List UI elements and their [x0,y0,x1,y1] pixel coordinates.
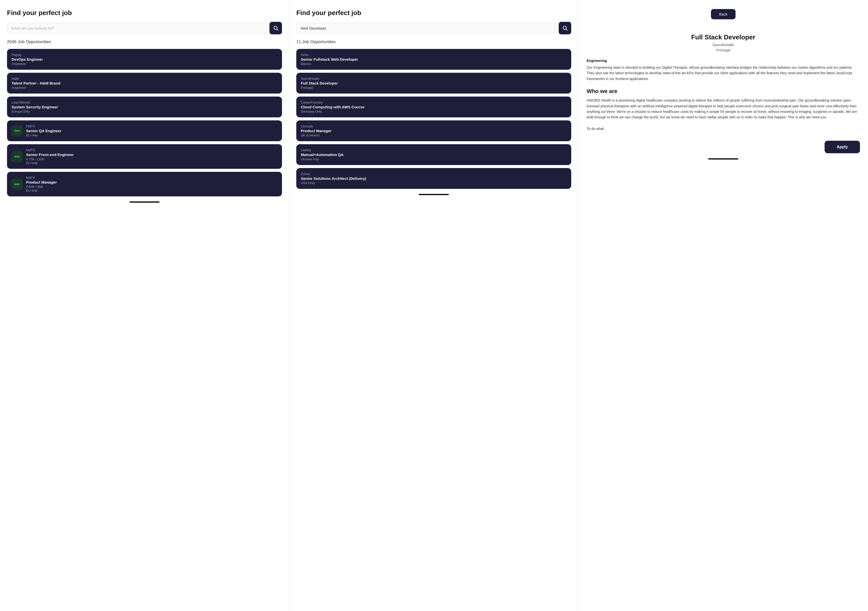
bottom-indicator [708,158,738,160]
job-card-zoovu[interactable]: Zoovu Senior Solutions Architect (Delive… [296,168,571,189]
job-card-kmtx-frontend[interactable]: kmtx KMTX Senior Front-end Engineer € 75… [7,144,282,169]
job-title: Product Manager [26,180,57,185]
panel-default-search: Find your perfect job 2046 Job Opportuni… [0,0,289,611]
job-title: System Security Engineer [12,105,58,109]
job-card-learnworlds[interactable]: LearnWorlds System Security Engineer Eur… [7,96,282,117]
company-logo: kmtx [12,178,23,190]
search-icon [562,25,568,31]
panel1-title: Find your perfect job [7,9,282,17]
detail-company: SwordHealth [586,43,860,47]
detail-section2-text: SWORD Health is a pioneering digital hea… [586,98,860,120]
job-company: Intetics [301,148,343,152]
job-salary: € 75k / 110K [26,157,73,161]
job-company: Airtm [301,53,358,57]
job-title: Senior Fullstack Web Developer [301,57,358,62]
svg-line-1 [277,29,278,30]
detail-section2-heading: Who we are [586,88,860,95]
company-logo: kmtx [12,126,23,136]
job-location: UK & Ireland [301,133,332,137]
panel1-search-button[interactable] [270,22,282,34]
job-location: Anywhere [12,86,60,90]
job-company: CareerFoundry [301,101,364,104]
panel-job-detail: Back Full Stack Developer SwordHealth Po… [578,0,868,611]
detail-section1-text: Our Engineering team is devoted to build… [586,65,860,82]
job-card-intetics[interactable]: Intetics Manual+Automation QA Ukraine on… [296,144,571,165]
job-title: Senior QA Engineer [26,129,62,133]
job-location: USA Only [301,181,366,185]
job-card-pagely[interactable]: Pagely DevOps Engineer Anywhere [7,49,282,70]
panel1-job-count: 2046 Job Opportunities [7,39,282,44]
job-card-airtm[interactable]: Airtm Senior Fullstack Web Developer Mex… [296,49,571,70]
job-company: SwordHealth [301,77,338,81]
job-title: Talent Partner - H&M Brand [12,81,60,85]
job-title: Senior Solutions Architect (Delivery) [301,176,366,181]
panel2-title: Find your perfect job [296,9,571,17]
panel1-job-list: Pagely DevOps Engineer Anywhere H&M Tale… [7,49,282,196]
company-logo: kmtx [12,151,23,162]
job-card-kmtx-pm[interactable]: kmtx KMTX Product Manager € 60K / 90K EU… [7,172,282,196]
search-icon [273,25,279,31]
job-title: Product Manager [301,129,332,133]
job-company: KMTX [26,124,62,128]
job-title: Senior Front-end Engineer [26,152,73,157]
job-card-swordhealth[interactable]: SwordHealth Full Stack Developer Portuga… [296,73,571,93]
bottom-indicator [129,202,160,203]
detail-job-title: Full Stack Developer [586,33,860,41]
panel2-search-button[interactable] [559,22,571,34]
bottom-indicator [419,194,449,195]
job-title: Cloud Computing with AWS Course [301,105,364,109]
job-card-hm[interactable]: H&M Talent Partner - H&M Brand Anywhere [7,73,282,93]
job-card-kmtx-qa[interactable]: kmtx KMTX Senior QA Engineer EU only [7,120,282,141]
panel1-search-input[interactable] [7,23,267,34]
job-company: LearnWorlds [12,101,58,104]
job-card-unmade[interactable]: Unmade Product Manager UK & Ireland [296,120,571,141]
job-company: Zoovu [301,172,366,176]
job-title: DevOps Engineer [12,57,43,62]
panel1-search-bar [7,22,282,34]
detail-todo-label: To do what: [586,127,860,131]
svg-line-3 [566,29,567,30]
job-title: Manual+Automation QA [301,152,343,157]
panel2-job-count: 11 Job Opportunities [296,39,571,44]
job-location: Portugal [301,86,338,90]
job-location: EU only [26,133,62,137]
job-card-careerfoundry[interactable]: CareerFoundry Cloud Computing with AWS C… [296,96,571,117]
apply-button[interactable]: Apply [825,141,860,153]
detail-location: Portugal [586,48,860,52]
job-company: KMTX [26,148,73,152]
back-button[interactable]: Back [711,9,735,19]
job-company: Pagely [12,53,43,57]
panel2-search-input[interactable] [296,23,556,34]
job-location: Germany Only [301,110,364,113]
job-location: Ukraine only [301,157,343,161]
job-company: H&M [12,77,60,81]
detail-section1-title: Engineering [586,59,860,63]
panel-search-results: Find your perfect job 11 Job Opportuniti… [289,0,578,611]
job-location: EU only [26,189,57,192]
job-company: KMTX [26,176,57,180]
job-title: Full Stack Developer [301,81,338,85]
panel2-search-bar [296,22,571,34]
job-location: Anywhere [12,62,43,66]
job-location: Europe Only [12,110,58,113]
job-location: Mexico [301,62,358,66]
job-location: EU only [26,161,73,165]
panel2-job-list: Airtm Senior Fullstack Web Developer Mex… [296,49,571,189]
job-salary: € 60K / 90K [26,185,57,189]
job-company: Unmade [301,124,332,128]
